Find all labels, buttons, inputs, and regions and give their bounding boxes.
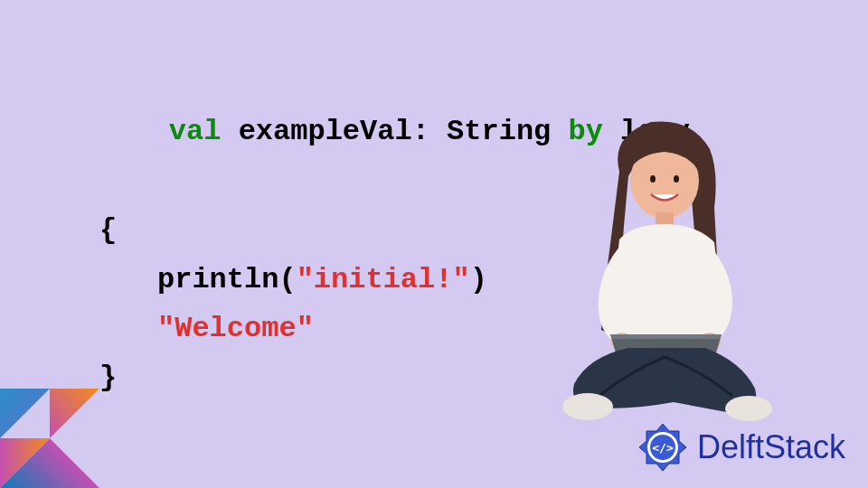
- identifier: exampleVal: String: [221, 115, 568, 148]
- svg-text:</>: </>: [652, 441, 674, 455]
- string-literal: "Welcome": [157, 312, 314, 345]
- person-illustration: [524, 108, 814, 434]
- fn-call: println(: [157, 263, 297, 296]
- delftstack-badge-icon: </>: [636, 420, 690, 474]
- svg-point-7: [725, 396, 772, 421]
- brand-name: DelftStack: [697, 428, 845, 466]
- svg-point-2: [674, 175, 679, 183]
- svg-marker-8: [0, 389, 50, 438]
- svg-point-6: [562, 393, 613, 420]
- kotlin-logo-icon: [0, 389, 99, 488]
- delftstack-logo: </> DelftStack: [636, 420, 845, 474]
- svg-point-1: [650, 175, 656, 183]
- keyword-val: val: [169, 115, 222, 148]
- string-literal: "initial!": [297, 263, 470, 296]
- paren-close: ): [470, 263, 487, 296]
